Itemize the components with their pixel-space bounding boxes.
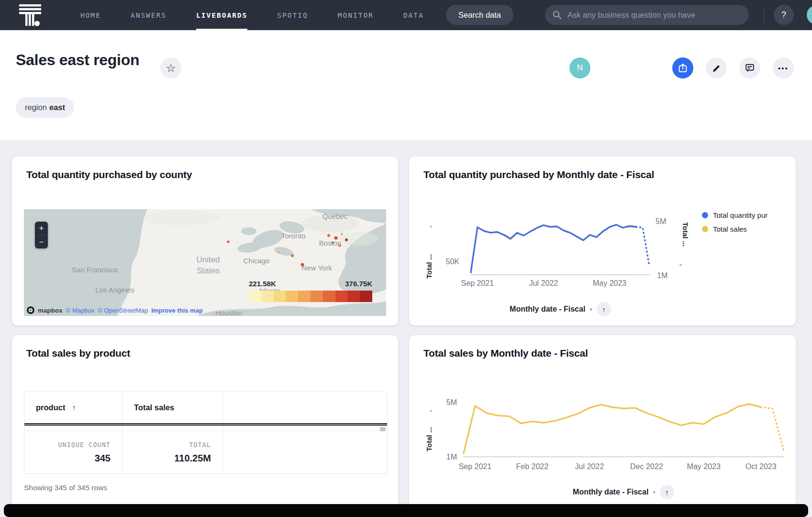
- x-axis-tick: Jul 2022: [575, 462, 604, 471]
- map-city-label: Los Angeles: [95, 286, 134, 294]
- nav-spotiq[interactable]: SPOTIQ: [277, 0, 308, 30]
- map-zoom-controls: + −: [35, 222, 48, 248]
- column-header-product[interactable]: product ↑: [24, 392, 122, 423]
- page-title: Sales east region: [16, 51, 139, 69]
- y-axis-tick-right: 5M: [656, 217, 666, 226]
- x-axis-tick: Dec 2022: [630, 462, 663, 471]
- county-heat-map[interactable]: QuebecTorontoBostonChicagoNew YorkSan Fr…: [24, 209, 386, 316]
- mapbox-link[interactable]: © Mapbox: [66, 307, 94, 314]
- sort-ascending-button[interactable]: ↑: [597, 302, 611, 316]
- column-header-empty: [223, 392, 387, 423]
- help-button[interactable]: ?: [774, 5, 794, 25]
- tile-sales-by-month: Total sales by Monthly date - Fiscal ▸ T…: [409, 335, 796, 517]
- series-line-total-sales[interactable]: [636, 226, 649, 264]
- x-axis-label[interactable]: Monthly date - Fiscal: [510, 305, 585, 314]
- county-data-point[interactable]: [341, 233, 343, 236]
- x-axis-label[interactable]: Monthly date - Fiscal: [573, 488, 648, 496]
- summary-label: UNIQUE COUNT: [58, 441, 111, 449]
- y-axis-tick: 1M: [433, 453, 457, 461]
- search-data-button[interactable]: Search data: [446, 5, 513, 25]
- nav-data[interactable]: DATA: [403, 0, 424, 30]
- star-icon: ☆: [166, 63, 176, 74]
- x-axis-tick: Oct 2023: [745, 462, 777, 471]
- county-data-point[interactable]: [227, 241, 230, 243]
- x-axis-tick: May 2023: [687, 462, 721, 471]
- summary-empty: [223, 431, 387, 473]
- map-zoom-in-button[interactable]: +: [35, 222, 48, 235]
- data-table: product ↑ Total sales UNIQUE COUNT 345 T…: [24, 392, 388, 474]
- ask-search-box[interactable]: [545, 5, 749, 25]
- y-axis-title-left[interactable]: Total ...: [425, 427, 433, 451]
- top-nav: HOME ANSWERS LIVEBOARDS SPOTIQ MONITOR D…: [0, 0, 812, 30]
- map-zoom-out-button[interactable]: −: [35, 235, 48, 248]
- x-axis-tick: May 2023: [593, 279, 626, 288]
- nav-answers[interactable]: ANSWERS: [131, 0, 167, 30]
- heat-legend-max: 376.75K: [345, 280, 372, 288]
- sort-ascending-button[interactable]: ↑: [660, 485, 674, 499]
- thoughtspot-logo[interactable]: [17, 4, 43, 26]
- tile-title: Total quantity purchased by county: [26, 169, 192, 180]
- filter-chip-region[interactable]: region east: [16, 97, 74, 118]
- map-city-label: Toronto: [281, 232, 305, 240]
- county-data-point[interactable]: [278, 251, 280, 254]
- line-chart-sales[interactable]: [463, 396, 786, 459]
- county-data-point[interactable]: [327, 234, 330, 237]
- map-city-label: Boston: [319, 239, 342, 247]
- heat-legend-min: 221.58K: [249, 280, 276, 288]
- table-header-row: product ↑ Total sales: [24, 392, 387, 426]
- legend-label: Total quantity pur: [713, 211, 768, 219]
- nav-user-avatar[interactable]: [807, 5, 812, 24]
- series-line-total-sales[interactable]: [464, 404, 761, 453]
- series-line-total-quantity-pur[interactable]: [636, 227, 649, 266]
- more-button[interactable]: •••: [773, 57, 794, 79]
- x-axis-control: Monthly date - Fiscal ▾ ↑: [573, 485, 674, 499]
- axis-scroll-right-icon[interactable]: ▸: [430, 408, 433, 413]
- axis-scroll-right-icon[interactable]: ▸: [430, 224, 433, 229]
- legend-item-sales[interactable]: Total sales: [702, 225, 768, 233]
- header-actions: •••: [672, 57, 794, 79]
- map-city-label: Houston: [215, 309, 242, 316]
- chevron-down-icon[interactable]: ▾: [653, 489, 656, 495]
- summary-label: TOTAL: [189, 441, 211, 449]
- axis-scroll-left-icon[interactable]: ◂: [679, 262, 681, 267]
- openstreetmap-link[interactable]: © OpenStreetMap: [98, 307, 148, 314]
- nav-monitor[interactable]: MONITOR: [338, 0, 374, 30]
- edit-button[interactable]: [706, 57, 727, 79]
- chevron-down-icon[interactable]: ▾: [590, 306, 592, 313]
- table-scrollbar-thumb[interactable]: [380, 427, 386, 431]
- filter-chip-value: east: [49, 103, 65, 112]
- series-line-total-sales[interactable]: [761, 407, 784, 451]
- share-button[interactable]: [672, 57, 693, 79]
- series-line-total-sales[interactable]: [471, 225, 636, 270]
- nav-liveboards[interactable]: LIVEBOARDS: [196, 0, 247, 30]
- line-chart-quantity[interactable]: [470, 215, 651, 277]
- legend-item-quantity[interactable]: Total quantity pur: [702, 211, 768, 219]
- more-icon: •••: [778, 64, 789, 72]
- tile-sales-by-product: Total sales by product product ↑ Total s…: [12, 335, 398, 517]
- sort-ascending-icon[interactable]: ↑: [72, 404, 76, 412]
- ask-input[interactable]: [567, 10, 741, 20]
- improve-map-link[interactable]: Improve this map: [151, 307, 203, 314]
- table-summary-row: UNIQUE COUNT 345 TOTAL 110.25M: [24, 430, 387, 473]
- y-axis-tick-right: 1M: [657, 271, 667, 280]
- map-city-label: Quebec: [323, 212, 348, 220]
- main-nav: HOME ANSWERS LIVEBOARDS SPOTIQ MONITOR D…: [80, 0, 424, 30]
- favorite-button[interactable]: ☆: [160, 57, 181, 79]
- county-data-point[interactable]: [291, 254, 294, 257]
- summary-total: TOTAL 110.25M: [122, 431, 223, 473]
- nav-home[interactable]: HOME: [80, 0, 101, 30]
- y-axis-title-right[interactable]: Total ...: [681, 222, 690, 247]
- series-line-total-quantity-pur[interactable]: [471, 225, 636, 272]
- x-axis-control: Monthly date - Fiscal ▾ ↑: [510, 302, 611, 316]
- comment-button[interactable]: [739, 57, 760, 79]
- summary-value: 345: [95, 453, 111, 464]
- chart-legend: Total quantity pur Total sales: [702, 211, 768, 233]
- author-avatar[interactable]: N: [569, 57, 590, 79]
- county-data-point[interactable]: [345, 238, 348, 241]
- x-axis-tick: Sep 2021: [461, 279, 494, 288]
- filter-chip-name: region: [25, 103, 47, 112]
- column-header-total-sales[interactable]: Total sales: [122, 392, 223, 423]
- tile-quantity-by-month: Total quantity purchased by Monthly date…: [409, 157, 796, 326]
- pencil-icon: [712, 63, 722, 73]
- column-label: Total sales: [134, 403, 174, 412]
